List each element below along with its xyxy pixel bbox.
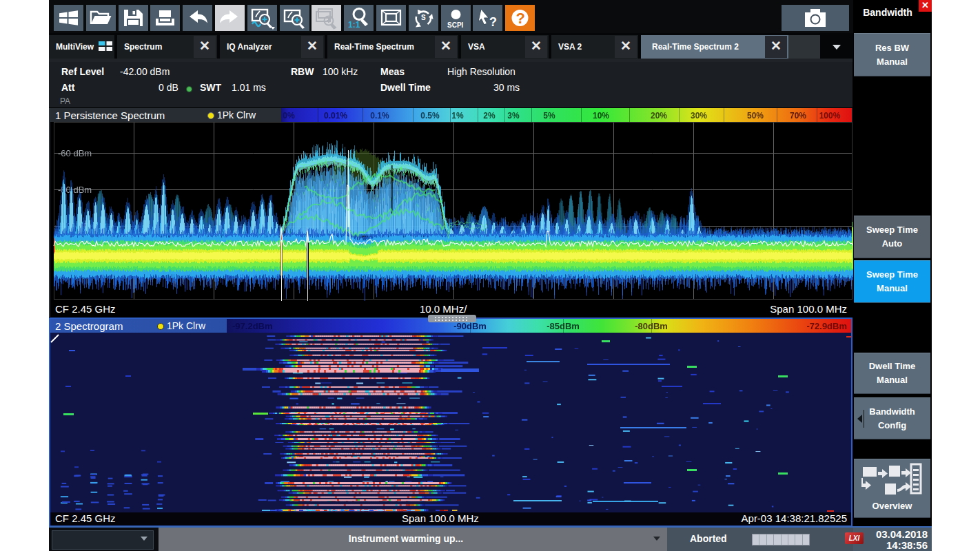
svg-text:?: ?	[489, 15, 497, 29]
svg-text:1:1: 1:1	[348, 20, 360, 30]
svg-text:SCPI: SCPI	[447, 21, 464, 29]
svg-text:?: ?	[516, 10, 525, 27]
svg-text:S: S	[421, 14, 426, 21]
